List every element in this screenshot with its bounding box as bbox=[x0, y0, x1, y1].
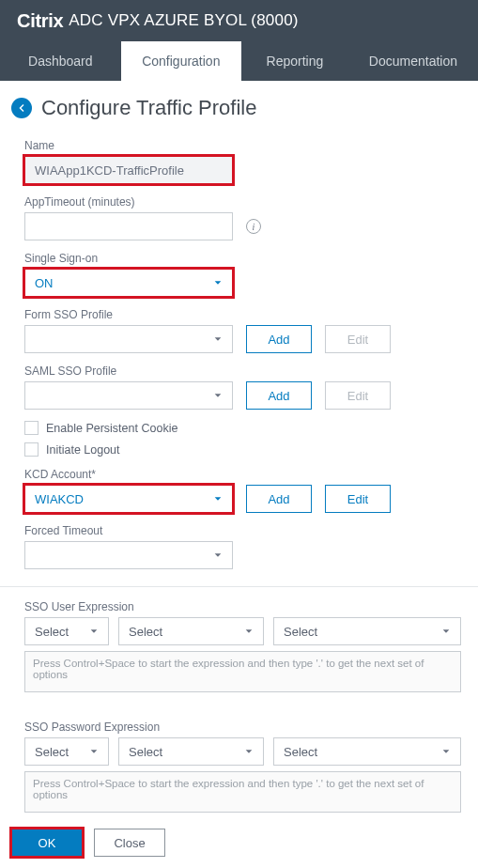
forced-timeout-select[interactable] bbox=[24, 541, 233, 569]
close-button[interactable]: Close bbox=[94, 829, 165, 857]
sso-user-expr-select-3[interactable]: Select bbox=[273, 617, 461, 645]
kcd-value: WIAKCD bbox=[35, 492, 84, 506]
sso-pass-expr-select-1[interactable]: Select bbox=[24, 737, 109, 766]
sso-pass-expr-select-2[interactable]: Select bbox=[118, 737, 264, 766]
chevron-down-icon bbox=[213, 549, 223, 563]
chevron-down-icon bbox=[441, 625, 451, 639]
formsso-add-button[interactable]: Add bbox=[246, 325, 312, 353]
info-icon[interactable]: i bbox=[246, 219, 261, 234]
page-title: Configure Traffic Profile bbox=[41, 96, 256, 120]
initiate-logout-checkbox[interactable] bbox=[24, 442, 39, 457]
sso-pass-expr-textarea[interactable]: Press Control+Space to start the express… bbox=[24, 771, 461, 813]
tab-documentation[interactable]: Documentation bbox=[348, 41, 478, 81]
tab-configuration[interactable]: Configuration bbox=[121, 41, 242, 81]
ok-button[interactable]: OK bbox=[11, 829, 83, 857]
app-header: Citrix ADC VPX AZURE BYOL (8000) bbox=[0, 0, 478, 41]
chevron-down-icon bbox=[213, 389, 223, 403]
arrow-left-icon bbox=[16, 102, 27, 114]
main-tabs: Dashboard Configuration Reporting Docume… bbox=[0, 41, 478, 81]
formsso-label: Form SSO Profile bbox=[24, 308, 461, 321]
kcd-edit-button[interactable]: Edit bbox=[325, 485, 391, 513]
tab-reporting[interactable]: Reporting bbox=[241, 41, 348, 81]
kcd-label: KCD Account* bbox=[24, 468, 461, 481]
sso-label: Single Sign-on bbox=[24, 252, 461, 265]
name-input[interactable] bbox=[24, 156, 233, 184]
chevron-down-icon bbox=[89, 625, 99, 639]
sso-pass-expr-label: SSO Password Expression bbox=[24, 721, 461, 734]
kcd-add-button[interactable]: Add bbox=[246, 485, 312, 513]
sso-value: ON bbox=[35, 276, 54, 290]
sso-select[interactable]: ON bbox=[24, 269, 233, 297]
chevron-down-icon bbox=[213, 333, 223, 347]
footer: OK Close bbox=[0, 819, 478, 868]
chevron-down-icon bbox=[89, 745, 99, 759]
back-button[interactable] bbox=[11, 98, 32, 118]
sso-user-expr-select-1[interactable]: Select bbox=[24, 617, 109, 645]
kcd-select[interactable]: WIAKCD bbox=[24, 485, 233, 513]
samlsso-select[interactable] bbox=[24, 381, 233, 410]
samlsso-label: SAML SSO Profile bbox=[24, 364, 461, 378]
apptimeout-input[interactable] bbox=[24, 212, 233, 240]
brand-bold: Citrix bbox=[17, 10, 63, 32]
page-body: Configure Traffic Profile Name AppTimeou… bbox=[0, 81, 478, 813]
sso-user-expr-select-2[interactable]: Select bbox=[118, 617, 264, 645]
samlsso-edit-button: Edit bbox=[325, 381, 391, 410]
initiate-logout-label: Initiate Logout bbox=[46, 443, 120, 457]
sso-user-expr-textarea[interactable]: Press Control+Space to start the express… bbox=[24, 651, 461, 692]
chevron-down-icon bbox=[441, 745, 451, 759]
enable-cookie-label: Enable Persistent Cookie bbox=[46, 422, 177, 435]
formsso-select[interactable] bbox=[24, 325, 233, 353]
forced-timeout-label: Forced Timeout bbox=[24, 524, 461, 537]
chevron-down-icon bbox=[244, 625, 254, 639]
divider bbox=[0, 586, 478, 587]
sso-user-expr-label: SSO User Expression bbox=[24, 600, 461, 613]
tab-dashboard[interactable]: Dashboard bbox=[0, 41, 121, 81]
sso-pass-expr-select-3[interactable]: Select bbox=[273, 737, 461, 766]
samlsso-add-button[interactable]: Add bbox=[246, 381, 312, 410]
formsso-edit-button: Edit bbox=[325, 325, 391, 353]
enable-cookie-checkbox[interactable] bbox=[24, 421, 39, 435]
brand-rest: ADC VPX AZURE BYOL (8000) bbox=[69, 11, 298, 30]
chevron-down-icon bbox=[244, 745, 254, 759]
chevron-down-icon bbox=[213, 492, 223, 506]
apptimeout-label: AppTimeout (minutes) bbox=[24, 195, 461, 209]
name-label: Name bbox=[24, 139, 461, 152]
chevron-down-icon bbox=[213, 276, 223, 290]
